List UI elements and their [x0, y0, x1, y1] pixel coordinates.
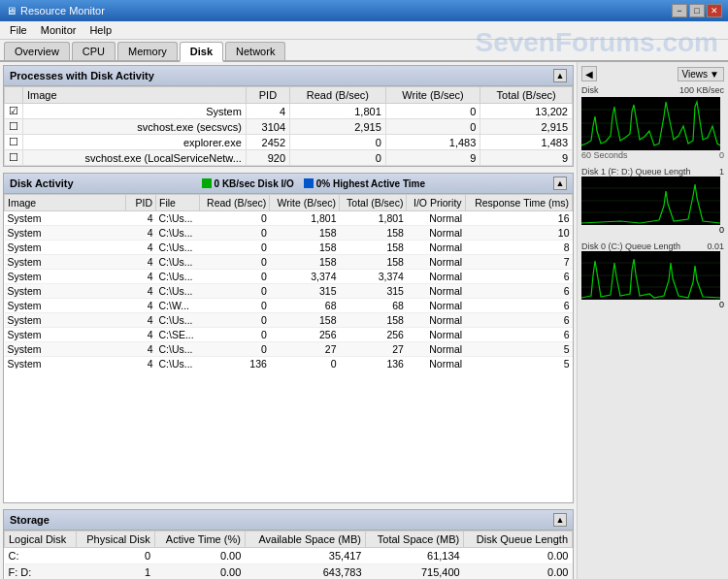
menu-bar: File Monitor Help — [0, 21, 728, 40]
disk1-bottom: 0 — [581, 225, 724, 235]
da-row-write: 27 — [270, 342, 340, 357]
st-col-active: Active Time (%) — [154, 531, 245, 548]
da-row-write: 68 — [270, 299, 340, 313]
processes-table: Image PID Read (B/sec) Write (B/sec) Tot… — [4, 86, 573, 166]
da-row-image: System — [5, 342, 126, 357]
views-label: Views — [682, 69, 709, 80]
right-panel: ◀ Views ▼ Disk 100 KB/sec — [578, 62, 728, 579]
da-col-file: File — [156, 195, 200, 211]
da-row-read: 0 — [199, 299, 270, 313]
table-row: System 4 C:\Us... 136 0 136 Normal 5 — [5, 357, 573, 370]
row-pid: 920 — [246, 150, 289, 166]
storage-section: Storage ▲ Logical Disk Physical Disk Act… — [3, 509, 574, 579]
da-row-total: 315 — [340, 284, 407, 299]
tab-overview[interactable]: Overview — [4, 42, 70, 60]
da-row-pid: 4 — [125, 241, 155, 255]
col-pid: PID — [246, 87, 289, 104]
maximize-button[interactable]: □ — [689, 4, 705, 17]
da-col-response: Response Time (ms) — [465, 195, 572, 211]
seconds-value: 0 — [719, 150, 724, 160]
da-row-response: 5 — [465, 342, 572, 357]
row-write: 0 — [385, 104, 480, 119]
st-row-physical: 1 — [77, 564, 155, 580]
disk-activity-collapse[interactable]: ▲ — [553, 177, 567, 190]
disk-activity-scroll[interactable]: Image PID File Read (B/sec) Write (B/sec… — [4, 194, 573, 369]
da-row-read: 0 — [199, 342, 270, 357]
nav-left-arrow[interactable]: ◀ — [581, 66, 597, 81]
disk1-graph-container: Disk 1 (F: D:) Queue Length 1 0 — [581, 164, 724, 235]
da-row-response: 8 — [465, 241, 572, 255]
st-row-physical: 0 — [77, 548, 155, 564]
da-row-total: 158 — [340, 313, 407, 328]
da-row-file: C:\Us... — [156, 241, 200, 255]
storage-collapse[interactable]: ▲ — [553, 513, 567, 527]
da-row-file: C:\Us... — [156, 342, 200, 357]
indicator-io-label: 0 KB/sec Disk I/O — [215, 178, 294, 189]
tab-network[interactable]: Network — [225, 42, 285, 60]
da-row-pid: 4 — [125, 299, 155, 313]
left-panel: Processes with Disk Activity ▲ Image PID… — [0, 62, 578, 579]
st-row-disk: C: — [5, 548, 77, 564]
disk-main-graph — [581, 97, 720, 150]
row-check[interactable]: ☐ — [5, 135, 23, 150]
da-row-priority: Normal — [407, 284, 465, 299]
da-row-priority: Normal — [407, 241, 465, 255]
da-row-write: 256 — [270, 328, 340, 342]
da-row-pid: 4 — [125, 357, 155, 370]
menu-file[interactable]: File — [4, 22, 33, 38]
da-row-file: C:\Us... — [156, 357, 200, 370]
da-row-response: 6 — [465, 284, 572, 299]
da-row-read: 0 — [199, 226, 270, 241]
da-row-priority: Normal — [407, 328, 465, 342]
da-row-total: 136 — [340, 357, 407, 370]
menu-help[interactable]: Help — [83, 22, 117, 38]
disk-activity-table: Image PID File Read (B/sec) Write (B/sec… — [4, 194, 573, 369]
st-row-disk: F: D: — [5, 564, 77, 580]
tab-cpu[interactable]: CPU — [72, 42, 116, 60]
processes-collapse[interactable]: ▲ — [553, 69, 567, 82]
da-row-priority: Normal — [407, 255, 465, 270]
tab-memory[interactable]: Memory — [117, 42, 178, 60]
row-write: 0 — [385, 119, 480, 135]
st-row-total: 61,134 — [366, 548, 464, 564]
st-col-available: Available Space (MB) — [245, 531, 365, 548]
da-row-total: 256 — [340, 328, 407, 342]
da-row-pid: 4 — [125, 328, 155, 342]
da-row-response: 6 — [465, 299, 572, 313]
table-row: System 4 C:\Us... 0 1,801 1,801 Normal 1… — [5, 211, 573, 226]
da-row-total: 158 — [340, 255, 407, 270]
table-row: System 4 C:\Us... 0 158 158 Normal 6 — [5, 313, 573, 328]
da-col-read: Read (B/sec) — [199, 195, 270, 211]
row-image: svchost.exe (secsvcs) — [23, 119, 247, 135]
row-check[interactable]: ☐ — [5, 150, 23, 166]
da-row-write: 3,374 — [270, 270, 340, 284]
row-image: explorer.exe — [23, 135, 247, 150]
views-button[interactable]: Views ▼ — [678, 67, 724, 81]
da-col-pid: PID — [125, 195, 155, 211]
st-col-disk: Logical Disk — [5, 531, 77, 548]
disk1-value: 1 — [719, 167, 724, 177]
close-button[interactable]: ✕ — [707, 4, 722, 17]
da-row-write: 315 — [270, 284, 340, 299]
minimize-button[interactable]: − — [672, 4, 687, 17]
menu-monitor[interactable]: Monitor — [35, 22, 83, 38]
da-row-response: 6 — [465, 270, 572, 284]
row-total: 9 — [480, 150, 573, 166]
st-row-active: 0.00 — [154, 564, 245, 580]
row-total: 13,202 — [480, 104, 573, 119]
right-panel-header: ◀ Views ▼ — [581, 66, 724, 81]
col-image: Image — [23, 87, 247, 104]
tab-disk[interactable]: Disk — [180, 42, 223, 62]
da-row-total: 68 — [340, 299, 407, 313]
row-check[interactable]: ☐ — [5, 119, 23, 135]
row-check[interactable]: ☑ — [5, 104, 23, 119]
da-row-write: 158 — [270, 241, 340, 255]
st-row-total: 715,400 — [366, 564, 464, 580]
da-row-write: 158 — [270, 313, 340, 328]
st-row-available: 643,783 — [245, 564, 365, 580]
main-layout: Processes with Disk Activity ▲ Image PID… — [0, 62, 728, 579]
da-row-read: 0 — [199, 284, 270, 299]
da-row-pid: 4 — [125, 255, 155, 270]
da-row-priority: Normal — [407, 211, 465, 226]
da-row-response: 10 — [465, 226, 572, 241]
